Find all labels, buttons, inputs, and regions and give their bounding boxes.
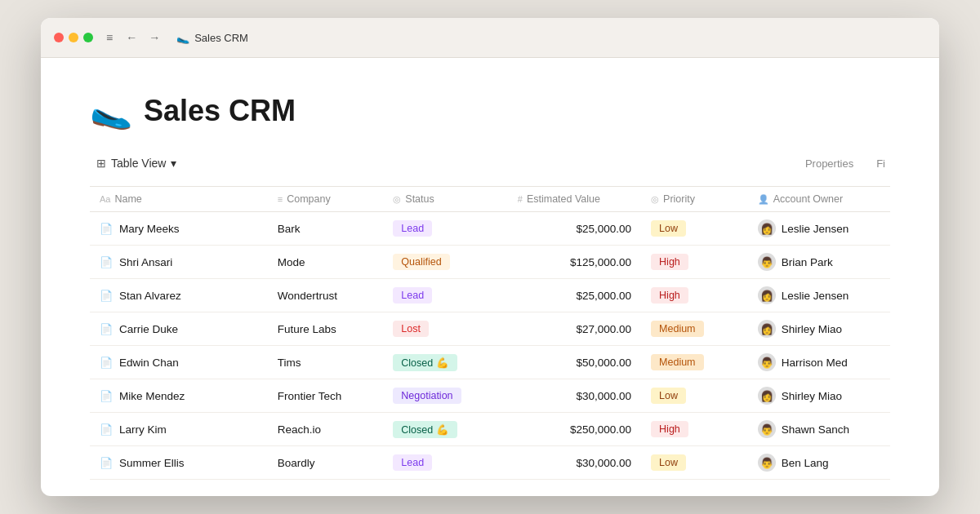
- value-cell: $50,000.00: [508, 346, 641, 379]
- col-header-company: ≡Company: [268, 187, 384, 212]
- priority-cell: Medium: [641, 346, 748, 379]
- avatar: 👨: [758, 353, 776, 371]
- status-badge: Closed 💪: [393, 354, 457, 371]
- table-row[interactable]: 📄 Mary Meeks BarkLead$25,000.00Low 👩 Les…: [90, 212, 890, 246]
- status-badge: Lead: [393, 220, 432, 237]
- table-row[interactable]: 📄 Carrie Duke Future LabsLost$27,000.00M…: [90, 312, 890, 346]
- priority-col-icon: ◎: [651, 194, 659, 204]
- table-container: AaName ≡Company ◎Status #Estimated Value: [90, 186, 890, 480]
- name-cell: 📄 Edwin Chan: [100, 357, 258, 369]
- owner-cell: 👩 Leslie Jensen: [748, 279, 890, 312]
- status-badge: Negotiation: [393, 388, 461, 404]
- status-badge: Lead: [393, 287, 432, 304]
- back-button[interactable]: ←: [122, 29, 140, 46]
- maximize-button[interactable]: [83, 33, 93, 42]
- priority-badge: Medium: [651, 354, 703, 370]
- status-badge: Lead: [393, 454, 432, 471]
- menu-icon[interactable]: ≡: [106, 31, 113, 44]
- titlebar-icon: 🥿: [176, 32, 189, 44]
- status-cell: Lead: [383, 446, 507, 480]
- table-row[interactable]: 📄 Mike Mendez Frontier TechNegotiation$3…: [90, 379, 890, 413]
- close-button[interactable]: [54, 33, 64, 42]
- table-row[interactable]: 📄 Summer Ellis BoardlyLead$30,000.00Low …: [90, 446, 890, 480]
- titlebar-nav: ← →: [122, 29, 163, 46]
- avatar: 👨: [758, 253, 776, 271]
- avatar: 👩: [758, 387, 776, 405]
- page-title: Sales CRM: [144, 94, 296, 128]
- view-selector[interactable]: ⊞ Table View ▾: [90, 153, 183, 173]
- avatar: 👨: [758, 454, 776, 472]
- company-cell: Reach.io: [268, 413, 384, 446]
- page-content: 🥿 Sales CRM ⊞ Table View ▾ Properties Fi: [41, 58, 939, 496]
- status-cell: Lost: [383, 312, 507, 346]
- contact-name: Stan Alvarez: [119, 290, 181, 302]
- owner-name: Leslie Jensen: [782, 290, 849, 302]
- titlebar-title: 🥿 Sales CRM: [176, 32, 248, 44]
- table-row[interactable]: 📄 Edwin Chan TimsClosed 💪$50,000.00Mediu…: [90, 346, 890, 379]
- avatar: 👨: [758, 420, 776, 438]
- value-cell: $30,000.00: [508, 379, 641, 413]
- company-cell: Frontier Tech: [268, 379, 384, 413]
- table-view-icon: ⊞: [96, 157, 106, 170]
- value-col-icon: #: [518, 194, 523, 204]
- priority-badge: High: [651, 287, 688, 304]
- owner-name: Ben Lang: [782, 457, 829, 469]
- status-cell: Qualified: [383, 246, 507, 279]
- contact-name: Carrie Duke: [119, 323, 178, 335]
- priority-cell: High: [641, 413, 748, 446]
- avatar: 👩: [758, 219, 776, 237]
- col-header-name: AaName: [90, 187, 268, 212]
- priority-cell: High: [641, 279, 748, 312]
- row-doc-icon: 📄: [100, 390, 113, 402]
- status-cell: Lead: [383, 212, 507, 246]
- owner-cell-inner: 👨 Shawn Sanch: [758, 420, 880, 438]
- row-doc-icon: 📄: [100, 256, 113, 268]
- row-doc-icon: 📄: [100, 457, 113, 469]
- value-cell: $25,000.00: [508, 279, 641, 312]
- owner-col-icon: 👤: [758, 194, 769, 204]
- owner-cell-inner: 👩 Shirley Miao: [758, 320, 880, 338]
- owner-cell: 👨 Ben Lang: [748, 446, 890, 480]
- name-cell: 📄 Mary Meeks: [100, 223, 258, 235]
- properties-button[interactable]: Properties: [800, 154, 858, 173]
- minimize-button[interactable]: [69, 33, 78, 42]
- owner-cell: 👩 Shirley Miao: [748, 379, 890, 413]
- contact-name: Larry Kim: [119, 423, 167, 436]
- priority-cell: Low: [641, 212, 748, 246]
- value-cell: $27,000.00: [508, 312, 641, 346]
- avatar: 👩: [758, 286, 776, 304]
- owner-name: Shirley Miao: [782, 323, 842, 335]
- owner-cell: 👩 Shirley Miao: [748, 312, 890, 346]
- value-cell: $30,000.00: [508, 446, 641, 480]
- value-cell: $25,000.00: [508, 212, 641, 246]
- status-cell: Negotiation: [383, 379, 507, 413]
- row-doc-icon: 📄: [100, 423, 113, 436]
- priority-badge: High: [651, 421, 688, 437]
- value-cell: $250,000.00: [508, 413, 641, 446]
- view-label: Table View: [111, 157, 166, 170]
- row-doc-icon: 📄: [100, 357, 113, 369]
- row-doc-icon: 📄: [100, 323, 113, 335]
- forward-button[interactable]: →: [145, 29, 163, 46]
- toolbar: ⊞ Table View ▾ Properties Fi: [90, 153, 890, 173]
- table-row[interactable]: 📄 Larry Kim Reach.ioClosed 💪$250,000.00H…: [90, 413, 890, 446]
- contact-name: Summer Ellis: [119, 457, 185, 469]
- owner-name: Brian Park: [782, 256, 833, 268]
- table-row[interactable]: 📄 Stan Alvarez WondertrustLead$25,000.00…: [90, 279, 890, 312]
- company-cell: Future Labs: [268, 312, 384, 346]
- owner-name: Harrison Med: [782, 357, 848, 369]
- owner-cell: 👨 Shawn Sanch: [748, 413, 890, 446]
- table-row[interactable]: 📄 Shri Ansari ModeQualified$125,000.00Hi…: [90, 246, 890, 279]
- status-badge: Closed 💪: [393, 421, 457, 438]
- status-col-icon: ◎: [393, 194, 401, 204]
- owner-cell: 👨 Harrison Med: [748, 346, 890, 379]
- status-badge: Lost: [393, 321, 429, 337]
- table-header-row: AaName ≡Company ◎Status #Estimated Value: [90, 187, 890, 212]
- company-cell: Boardly: [268, 446, 384, 480]
- owner-cell-inner: 👩 Leslie Jensen: [758, 286, 880, 304]
- priority-badge: Low: [651, 220, 686, 237]
- col-header-status: ◎Status: [383, 187, 507, 212]
- titlebar-text: Sales CRM: [194, 32, 248, 44]
- filter-button[interactable]: Fi: [871, 154, 890, 173]
- name-cell: 📄 Summer Ellis: [100, 457, 258, 469]
